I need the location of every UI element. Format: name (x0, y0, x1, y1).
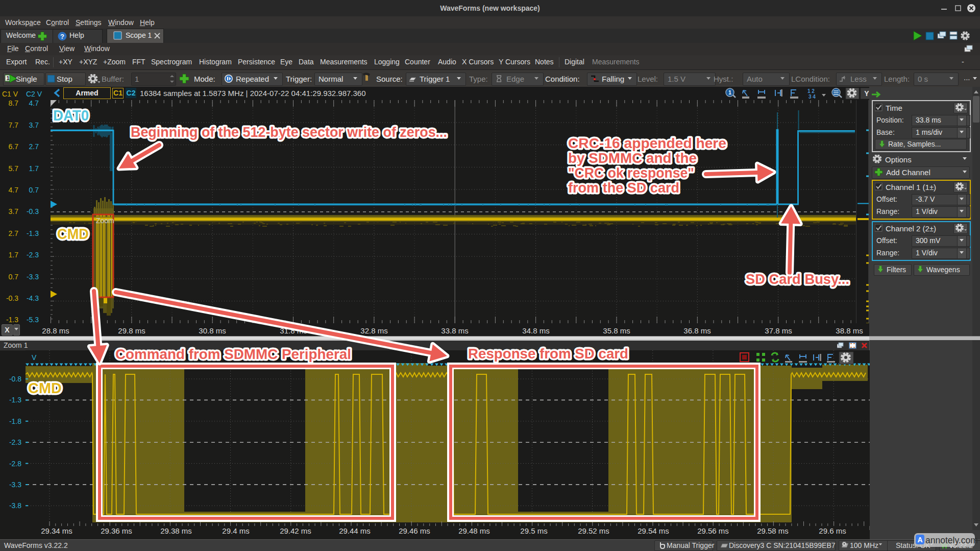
svg-text:Zoom: Zoom (96, 217, 114, 225)
svg-text:1: 1 (6, 75, 9, 81)
svg-text:1: 1 (728, 90, 731, 95)
svg-text:3 4: 3 4 (808, 94, 816, 99)
svg-text:Y: Y (864, 89, 869, 98)
svg-text:A: A (917, 536, 922, 544)
svg-text:?: ? (60, 33, 64, 40)
svg-text:1 2: 1 2 (807, 88, 815, 94)
